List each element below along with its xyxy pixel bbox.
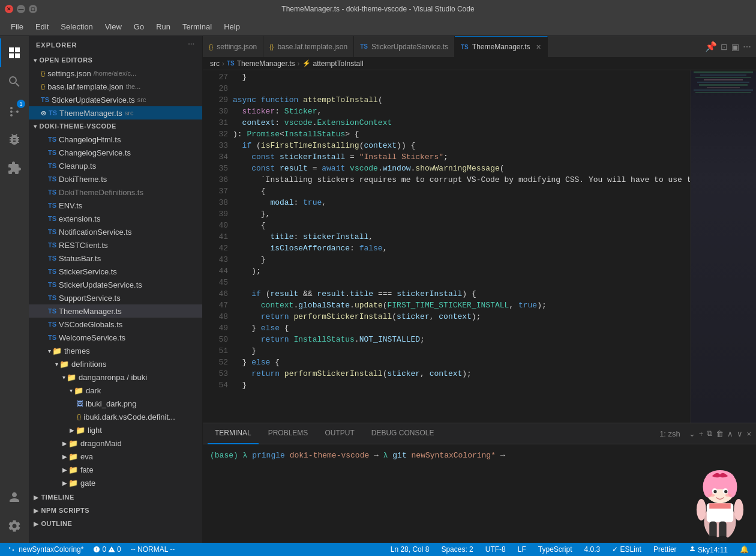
tab-actions: 📌 ⊡ ▣ ⋯ xyxy=(700,41,756,52)
tab-debug-console[interactable]: DEBUG CONSOLE xyxy=(364,423,442,444)
file-vscodeglobals[interactable]: TS VSCodeGlobals.ts xyxy=(29,318,202,331)
source-control-icon[interactable]: 1 xyxy=(0,96,29,125)
status-encoding[interactable]: UTF-8 xyxy=(483,545,508,554)
tab-sticker-service[interactable]: TS StickerUpdateService.ts xyxy=(354,36,455,57)
terminal-chevron-icon[interactable]: ⌄ xyxy=(689,429,695,438)
file-stickerupdate[interactable]: TS StickerUpdateService.ts xyxy=(29,278,202,291)
open-editor-sticker-service[interactable]: TS StickerUpdateService.ts src xyxy=(29,93,202,106)
file-stickerservice[interactable]: TS StickerService.ts xyxy=(29,265,202,278)
terminal-trash-icon[interactable]: 🗑 xyxy=(716,429,724,438)
terminal-close-icon[interactable]: × xyxy=(746,429,751,438)
status-branch[interactable]: newSyntaxColoring* xyxy=(5,545,86,554)
menu-selection[interactable]: Selection xyxy=(56,20,97,34)
menu-view[interactable]: View xyxy=(100,20,127,34)
status-eslint[interactable]: ✓ ESLint xyxy=(610,545,644,554)
folder-fate[interactable]: ▶ 📁 fate xyxy=(29,463,202,476)
explorer-icon[interactable] xyxy=(0,38,29,67)
npm-scripts-header[interactable]: ▶ NPM Scripts xyxy=(29,504,202,517)
debug-icon[interactable] xyxy=(0,125,29,154)
status-line-ending[interactable]: LF xyxy=(515,545,529,554)
status-notification-icon[interactable]: 🔔 xyxy=(737,545,751,554)
minimize-button[interactable]: — xyxy=(17,5,25,13)
breadcrumb-src[interactable]: src xyxy=(210,59,220,68)
file-ibuki-json[interactable]: {} ibuki.dark.vsCode.definit... xyxy=(29,410,202,423)
terminal-split-icon[interactable]: ⧉ xyxy=(707,429,712,438)
outline-header[interactable]: ▶ Outline xyxy=(29,517,202,530)
tab-base-laf[interactable]: {} base.laf.template.json xyxy=(263,36,354,57)
account-icon[interactable] xyxy=(0,483,29,512)
folder-dark[interactable]: ▾ 📁 dark xyxy=(29,384,202,397)
panel-content[interactable]: (base) λ pringle doki-theme-vscode → λ g… xyxy=(203,444,756,543)
new-file-icon[interactable]: ⋯ xyxy=(188,41,195,49)
terminal-up-icon[interactable]: ∧ xyxy=(727,429,733,438)
menu-file[interactable]: File xyxy=(6,20,28,34)
terminal-add-icon[interactable]: + xyxy=(699,429,704,438)
tab-settings-json[interactable]: {} settings.json xyxy=(203,36,263,57)
file-extension[interactable]: TS extension.ts xyxy=(29,212,202,225)
file-thememanager[interactable]: TS ThemeManager.ts xyxy=(29,304,202,318)
timeline-header[interactable]: ▶ Timeline xyxy=(29,491,202,504)
search-icon[interactable] xyxy=(0,67,29,96)
file-changelogservice[interactable]: TS ChangelogService.ts xyxy=(29,146,202,159)
file-dokitheme[interactable]: TS DokiTheme.ts xyxy=(29,172,202,186)
status-position[interactable]: Ln 28, Col 8 xyxy=(388,545,432,554)
menu-go[interactable]: Go xyxy=(129,20,149,34)
code-content[interactable]: } async function attemptToInstall( stick… xyxy=(233,70,690,423)
more-icon[interactable]: ⋯ xyxy=(743,42,751,52)
status-errors[interactable]: 0 0 xyxy=(91,545,123,554)
tab-output[interactable]: OUTPUT xyxy=(317,423,361,444)
menu-run[interactable]: Run xyxy=(151,20,175,34)
file-dokithemedefinitions[interactable]: TS DokiThemeDefinitions.ts xyxy=(29,186,202,199)
code-editor[interactable]: 2728293031323334353637383940414243444546… xyxy=(203,70,756,423)
file-supportservice[interactable]: TS SupportService.ts xyxy=(29,291,202,304)
file-changeloghtml[interactable]: TS ChangelogHtml.ts xyxy=(29,133,202,146)
pin-icon[interactable]: 📌 xyxy=(705,41,717,52)
folder-light[interactable]: ▶ 📁 light xyxy=(29,423,202,437)
status-spaces[interactable]: Spaces: 2 xyxy=(439,545,475,554)
folder-danganronpa[interactable]: ▾ 📁 danganronpa / ibuki xyxy=(29,370,202,384)
status-right: Ln 28, Col 8 Spaces: 2 UTF-8 LF TypeScri… xyxy=(388,545,751,554)
open-editor-settings-json[interactable]: {} settings.json /home/alex/c... xyxy=(29,67,202,80)
tab-label: base.laf.template.json xyxy=(277,43,347,51)
file-statusbar[interactable]: TS StatusBar.ts xyxy=(29,252,202,265)
project-header[interactable]: ▾ DOKI-THEME-VSCODE xyxy=(29,119,202,133)
file-name: SupportService.ts xyxy=(59,294,121,303)
extensions-icon[interactable] xyxy=(0,154,29,183)
folder-eva[interactable]: ▶ 📁 eva xyxy=(29,450,202,463)
settings-gear-icon[interactable] xyxy=(0,512,29,540)
file-restclient[interactable]: TS RESTClient.ts xyxy=(29,238,202,252)
tab-theme-manager[interactable]: TS ThemeManager.ts × xyxy=(455,36,548,57)
folder-definitions[interactable]: ▾ 📁 definitions xyxy=(29,357,202,370)
maximize-button[interactable]: □ xyxy=(29,5,37,13)
layout-icon[interactable]: ▣ xyxy=(731,42,739,52)
file-welcomeservice[interactable]: TS WelcomeService.ts xyxy=(29,331,202,344)
tab-terminal[interactable]: TERMINAL xyxy=(208,423,259,444)
breadcrumb-function[interactable]: attemptToInstall xyxy=(313,59,364,68)
menu-help[interactable]: Help xyxy=(219,20,245,34)
breadcrumb-file[interactable]: ThemeManager.ts xyxy=(237,59,295,68)
open-editor-base-laf[interactable]: {} base.laf.template.json the... xyxy=(29,80,202,93)
ts-icon: TS xyxy=(48,215,56,222)
menu-edit[interactable]: Edit xyxy=(31,20,53,34)
close-button[interactable]: ✕ xyxy=(5,5,13,13)
open-editors-header[interactable]: ▾ Open Editors xyxy=(29,53,202,67)
svg-point-10 xyxy=(725,494,732,497)
file-cleanup[interactable]: TS Cleanup.ts xyxy=(29,159,202,172)
terminal-down-icon[interactable]: ∨ xyxy=(737,429,743,438)
split-icon[interactable]: ⊡ xyxy=(721,42,728,52)
tab-close-button[interactable]: × xyxy=(536,42,541,52)
folder-gate[interactable]: ▶ 📁 gate xyxy=(29,476,202,489)
status-live-share[interactable]: Sky14:11 xyxy=(686,545,730,554)
status-ts-version[interactable]: 4.0.3 xyxy=(582,545,603,554)
file-ibuki-png[interactable]: 🖼 ibuki_dark.png xyxy=(29,397,202,410)
file-notification[interactable]: TS NotificationService.ts xyxy=(29,225,202,238)
file-env[interactable]: TS ENV.ts xyxy=(29,199,202,212)
tab-problems[interactable]: PROBLEMS xyxy=(261,423,316,444)
status-language[interactable]: TypeScript xyxy=(536,545,575,554)
folder-themes[interactable]: ▾ 📁 themes xyxy=(29,344,202,357)
status-prettier[interactable]: Prettier xyxy=(651,545,679,554)
folder-dragonmaid[interactable]: ▶ 📁 dragonMaid xyxy=(29,437,202,450)
menu-terminal[interactable]: Terminal xyxy=(178,20,217,34)
open-editor-theme-manager[interactable]: ⊗ TS ThemeManager.ts src xyxy=(29,106,202,119)
tab-label: StickerUpdateService.ts xyxy=(371,43,448,51)
